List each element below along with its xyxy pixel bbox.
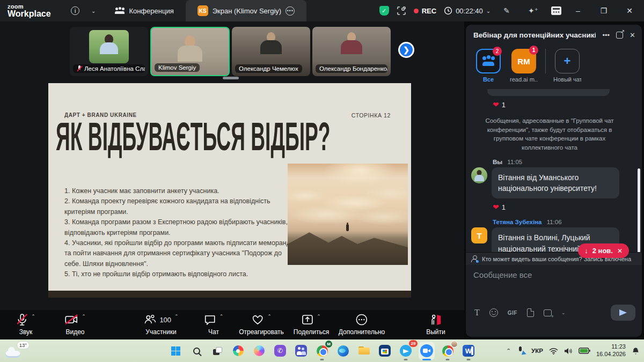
minimize-button[interactable]: – [569, 6, 587, 15]
react-options-chevron[interactable]: ⌃ [267, 314, 272, 319]
chat-panel: Вебінар для потенційних учасників ... ••… [466, 25, 642, 337]
profile-avatar-badge [451, 341, 458, 348]
tab-options-icon[interactable]: ••• [286, 6, 295, 16]
apps-grid-icon[interactable] [551, 6, 561, 15]
battery-icon[interactable] [579, 348, 590, 354]
maximize-button[interactable]: ❐ [595, 6, 613, 15]
telegram-app[interactable]: 29 [398, 343, 414, 359]
muted-mic-icon [77, 65, 82, 72]
wifi-icon[interactable] [549, 348, 558, 354]
leave-door-icon [429, 313, 442, 326]
telegram-unread-badge: 29 [409, 340, 418, 347]
gif-icon[interactable]: GIF [508, 310, 517, 316]
chat-messages[interactable]: ❤ 1 Сообщения, адресованные в "Групповой… [466, 88, 642, 252]
participants-button[interactable]: 100 ⌃ Участники [143, 313, 178, 336]
tab-screen-share[interactable]: KS Экран (Klimov Sergiy) ••• [186, 0, 306, 21]
focus-mode-icon[interactable] [397, 6, 406, 16]
slide-bullet-1: 1. Кожен учасник має заповнити анкету уч… [64, 186, 298, 196]
weather-widget[interactable]: 13° [5, 342, 30, 360]
partial-message-bubble [487, 89, 610, 96]
participant-tile-3[interactable]: Олександр Чемелюх [232, 27, 310, 76]
participant-1-name: Леся Анатоліївна Сла... [84, 65, 145, 72]
recording-indicator[interactable]: REC [414, 7, 436, 15]
annotate-pencil-icon[interactable]: ✎ [503, 6, 510, 15]
chat-popout-icon[interactable] [616, 32, 623, 39]
chat-more-icon[interactable]: ••• [602, 31, 610, 39]
message-2-avatar[interactable]: T [471, 227, 487, 243]
emoji-icon[interactable] [489, 308, 498, 317]
send-button[interactable] [611, 305, 635, 321]
video-button[interactable]: ⌃ Видео [64, 313, 86, 336]
speaker-icon[interactable] [564, 348, 573, 354]
chat-message-input[interactable]: Сообщение все [466, 265, 642, 301]
leave-button[interactable]: Выйти [426, 313, 445, 336]
security-shield-icon[interactable] [379, 6, 389, 16]
meeting-timer[interactable]: 00:22:40 ⌄ [444, 6, 491, 15]
search-button[interactable] [188, 343, 204, 359]
viber-app[interactable]: ✆ [272, 343, 288, 359]
taskbar-clock[interactable]: 11:23 16.04.2026 [596, 343, 626, 358]
chat-options-chevron[interactable]: ⌃ [219, 314, 224, 319]
mic-location-tray-icon[interactable] [517, 346, 525, 355]
start-button[interactable] [167, 343, 184, 359]
next-participants-button[interactable]: ❯ [398, 42, 414, 58]
chrome-profile-app[interactable] [440, 343, 456, 359]
video-options-chevron[interactable]: ⌃ [82, 314, 86, 319]
share-options-chevron[interactable]: ⌃ [317, 314, 321, 319]
reaction-heart-2[interactable]: ❤ 1 [493, 203, 506, 211]
readai-unread-badge: 1 [529, 46, 538, 55]
chat-close-icon[interactable]: ✕ [630, 31, 635, 39]
tab-conference[interactable]: Конференция [103, 0, 185, 21]
paint-app[interactable] [230, 343, 246, 359]
task-view-button[interactable] [209, 343, 225, 359]
reaction-count: 1 [502, 101, 506, 109]
chat-tab-readai[interactable]: RM 1 read.ai m... [510, 49, 538, 83]
text-format-icon[interactable]: T [474, 308, 480, 317]
attach-file-icon[interactable] [527, 308, 534, 317]
svg-text:z: z [637, 347, 639, 350]
participant-tile-2[interactable]: Klimov Sergiy [150, 27, 230, 76]
screenshot-chevron-icon[interactable]: ⌄ [561, 310, 566, 315]
timer-chevron-icon[interactable]: ⌄ [486, 8, 491, 14]
audio-options-chevron[interactable]: ⌃ [31, 314, 35, 319]
message-1-bubble[interactable]: Вітання від Уманського національного уні… [492, 167, 619, 199]
edge-app[interactable] [335, 343, 351, 359]
new-messages-pill[interactable]: ↓ 2 нов. ✕ [578, 243, 629, 258]
close-button[interactable]: ✕ [620, 6, 639, 15]
react-button[interactable]: ⌃ Отреагировать [239, 313, 284, 336]
screenshot-icon[interactable] [544, 309, 552, 316]
heart-icon: ❤ [493, 100, 499, 109]
word-app[interactable]: W [460, 343, 477, 359]
participants-options-chevron[interactable]: ⌃ [174, 314, 179, 319]
chat-panel-title: Вебінар для потенційних учасників ... [473, 31, 596, 39]
tray-overflow-chevron[interactable]: ⌃ [506, 348, 511, 354]
chat-scrollbar[interactable] [638, 168, 640, 252]
more-button[interactable]: Дополнительно [339, 313, 385, 336]
file-explorer-app[interactable] [356, 343, 372, 359]
microsoft-store-app[interactable] [377, 343, 393, 359]
participant-tile-4[interactable]: Олександр Бондаренко/... [312, 27, 391, 76]
chrome-app[interactable]: M [314, 343, 330, 359]
notification-bell-icon[interactable]: z [632, 347, 640, 355]
share-button[interactable]: ⌃ Поделиться [294, 313, 329, 336]
new-chat-button[interactable]: + Новый чат [553, 49, 581, 83]
taskbar-date: 16.04.2026 [596, 351, 626, 358]
new-messages-label: 2 нов. [592, 247, 613, 255]
heart-icon: ❤ [493, 203, 499, 211]
teams-app[interactable] [293, 343, 309, 359]
participant-2-name: Klimov Sergiy [158, 64, 196, 71]
participant-tile-1[interactable]: Леся Анатоліївна Сла... [70, 27, 148, 76]
meeting-info-icon[interactable]: i [71, 6, 79, 15]
ai-companion-icon[interactable]: ✦⁺ [528, 6, 538, 15]
strip-drag-handle[interactable] [223, 77, 239, 79]
dismiss-pill-icon[interactable]: ✕ [617, 247, 623, 255]
copilot-app[interactable] [251, 343, 267, 359]
chat-tab-everyone[interactable]: 2 Все [474, 49, 502, 83]
message-1-avatar[interactable] [471, 167, 487, 183]
zoom-app-active[interactable] [419, 343, 435, 359]
chevron-down-icon[interactable]: ⌄ [91, 8, 96, 14]
reaction-heart-1[interactable]: ❤ 1 [493, 100, 506, 109]
audio-button[interactable]: ⌃ Звук [16, 313, 35, 336]
chat-button[interactable]: ⌃ Чат [204, 313, 224, 336]
language-indicator[interactable]: УКР [531, 348, 543, 354]
